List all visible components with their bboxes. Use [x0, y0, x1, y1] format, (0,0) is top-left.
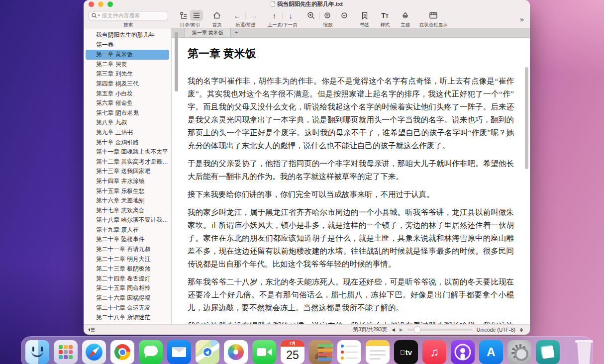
main-area: 我当阴阳先生的那几年第一卷第一章 黄米饭第二章 哭丧第三章 刘先生第四章 祸及三…: [84, 28, 530, 324]
dock-messages-icon[interactable]: [139, 340, 163, 364]
next-page-arrow[interactable]: ▶: [400, 327, 403, 332]
toolbar-overflow-button[interactable]: »: [520, 14, 524, 23]
sidebar-chapter-item[interactable]: 第二十一章 再请九叔: [86, 245, 169, 255]
sidebar-chapter-item[interactable]: 第十七章 悲欢离合: [86, 206, 169, 216]
dock-notes-icon[interactable]: [366, 340, 390, 364]
theme-button[interactable]: [399, 10, 412, 21]
sidebar-chapter-item[interactable]: 第十六章 天差地别: [86, 196, 169, 206]
sidebar-chapter-item[interactable]: 第十章 金鸡引路: [86, 138, 169, 148]
sidebar-chapter-item[interactable]: 第十二章 其实高考才是最…: [86, 157, 169, 167]
status-bar: 第3页/共293页 ◀ ▶ Unicode (UTF-8): [84, 324, 530, 335]
dock-system-preferences-icon[interactable]: [507, 340, 531, 364]
sidebar-chapter-item[interactable]: 第二十七章 命运无常: [86, 303, 169, 313]
divider: [319, 12, 320, 19]
sidebar-chapter-item[interactable]: 第八章 九叔: [86, 118, 169, 128]
statusbar-toggle-button[interactable]: [427, 10, 440, 21]
sidebar-chapter-item[interactable]: 第二十八章 所谓迷茫: [86, 313, 169, 323]
collapse-sidebar-icon[interactable]: [88, 327, 96, 333]
divider: [282, 12, 283, 19]
sidebar-chapter-item[interactable]: 第一章 黄米饭: [86, 50, 169, 60]
dock-contacts-icon[interactable]: [309, 340, 333, 364]
previous-page-button[interactable]: ↑: [268, 10, 281, 21]
dock-podcasts-icon[interactable]: [451, 340, 475, 364]
sidebar-chapter-item[interactable]: 第十四章 井水涂镜: [86, 177, 169, 186]
page-indicator: 第3页/共293页: [353, 326, 387, 333]
sidebar-chapter-item[interactable]: 第二十二章 明月大江: [86, 255, 169, 265]
style-button[interactable]: TT: [379, 10, 392, 21]
sidebar-chapter-item[interactable]: 第二十六章 因祸得福: [86, 293, 169, 303]
zoom-label: 缩放: [323, 22, 332, 28]
back-icon: ←: [234, 12, 241, 19]
dock-trash-icon[interactable]: [573, 339, 595, 364]
dock-calendar-icon[interactable]: 7月 25: [281, 340, 304, 364]
prev-page-arrow[interactable]: ◀: [392, 327, 395, 332]
home-label: 首页: [212, 22, 222, 28]
sidebar-chapter-item[interactable]: 第二十四章 卷舌提灯: [86, 274, 169, 284]
sidebar-chapter-item[interactable]: 第五章 小白坟: [86, 89, 169, 99]
dock-launchpad-icon[interactable]: [54, 340, 78, 364]
back-button[interactable]: ←: [231, 10, 244, 21]
chapter-sidebar: 我当阴阳先生的那几年第一卷第一章 黄米饭第二章 哭丧第三章 刘先生第四章 祸及三…: [84, 28, 172, 324]
next-page-button[interactable]: ↓: [284, 10, 297, 21]
dock-facetime-icon[interactable]: [252, 340, 276, 364]
divider: [245, 12, 246, 19]
reading-pane: 第一章 黄米饭 我的名字叫崔作非，胡作非为的作非。你是不是觉得这个名字有点奇怪，…: [172, 38, 530, 324]
sidebar-chapter-item[interactable]: 第三章 刘先生: [86, 69, 169, 79]
sidebar-chapter-item[interactable]: 第二章 哭丧: [86, 60, 169, 70]
bookmark-icon: [361, 11, 369, 20]
zoom-out-icon: [340, 11, 348, 20]
zoom-out-button[interactable]: [338, 10, 351, 21]
sidebar-chapter-item[interactable]: 第一卷: [86, 40, 169, 50]
sidebar-chapter-item[interactable]: 第二十三章 极阴极煞: [86, 264, 169, 274]
dock-finder-icon[interactable]: [25, 340, 49, 364]
sidebar-chapter-item[interactable]: 第十五章 乐极生悲: [86, 186, 169, 196]
dock-photos-icon[interactable]: [224, 340, 248, 364]
sidebar-scrollbar[interactable]: [175, 32, 178, 91]
search-field[interactable]: [102, 12, 165, 18]
sidebar-chapter-item[interactable]: 第十九章 废人崔: [86, 225, 169, 235]
forward-icon: →: [250, 12, 258, 19]
search-scope-chevron-icon[interactable]: ▾: [98, 13, 100, 17]
content-scrollbar[interactable]: [525, 67, 528, 169]
add-tab-button[interactable]: +: [231, 28, 242, 37]
page-slider[interactable]: [407, 329, 472, 331]
document-icon: [271, 1, 275, 7]
home-button[interactable]: [210, 10, 223, 21]
zoom-in-button[interactable]: [305, 10, 318, 21]
actual-size-button[interactable]: [321, 10, 334, 21]
bookmark-button[interactable]: [358, 10, 371, 21]
sidebar-chapter-item[interactable]: 第九章 三清书: [86, 128, 169, 138]
sidebar-chapter-item[interactable]: 第二十五章 同命相怜: [86, 283, 169, 293]
index-list-button[interactable]: [190, 10, 203, 21]
dock-app-store-icon[interactable]: A: [479, 340, 503, 364]
encoding-stepper[interactable]: [520, 328, 523, 332]
dock-apple-tv-icon[interactable]: tv: [394, 340, 418, 364]
dock-chrome-icon[interactable]: [110, 340, 134, 364]
page-nav-label: 上一页/下一页: [268, 22, 298, 28]
sidebar-chapter-item[interactable]: 第六章 催命鱼: [86, 98, 169, 108]
sidebar-chapter-item[interactable]: 我当阴阳先生的那几年: [86, 30, 169, 40]
statusbar-window-icon: [429, 11, 438, 19]
page-slider-thumb[interactable]: [414, 327, 420, 333]
dock-reader-app-icon[interactable]: [536, 340, 560, 364]
tab-chapter[interactable]: 第一章 黄米饭: [185, 28, 231, 37]
search-input[interactable]: ▾: [89, 11, 168, 20]
sidebar-chapter-item[interactable]: 第二十章 坠楼事件: [86, 235, 169, 245]
toc-index-label: 目录/索引: [180, 22, 201, 28]
tab-bar: 第一章 黄米饭 +: [172, 28, 530, 38]
toc-tree-button[interactable]: [177, 10, 190, 21]
paragraph: 接下来我要给你们讲的事，你们完全可以当成故事来听，不用过于认真。: [188, 188, 514, 201]
forward-button[interactable]: →: [247, 10, 260, 21]
dock-maps-icon[interactable]: [196, 340, 219, 364]
sidebar-chapter-item[interactable]: 第十一章 回魂路上也不太平: [86, 147, 169, 157]
paragraph: 那年我爷爷二十八岁，东北的冬天能冻死人。现在还好些，可是听爷爷说，以前的冬天要比…: [188, 275, 514, 314]
dock-reminders-icon[interactable]: [337, 340, 361, 364]
style-label: 样式: [380, 22, 390, 28]
sidebar-chapter-item[interactable]: 第四章 祸及三代: [86, 79, 169, 89]
sidebar-chapter-item[interactable]: 第七章 阴市老鬼: [86, 108, 169, 118]
dock-safari-icon[interactable]: [82, 340, 106, 364]
sidebar-chapter-item[interactable]: 第十三章 送我回家吧: [86, 167, 169, 177]
dock-mail-icon[interactable]: [167, 340, 191, 364]
sidebar-chapter-item[interactable]: 第十八章 哈尔滨不要让我…: [86, 215, 169, 225]
dock-music-icon[interactable]: ♫: [422, 340, 446, 364]
